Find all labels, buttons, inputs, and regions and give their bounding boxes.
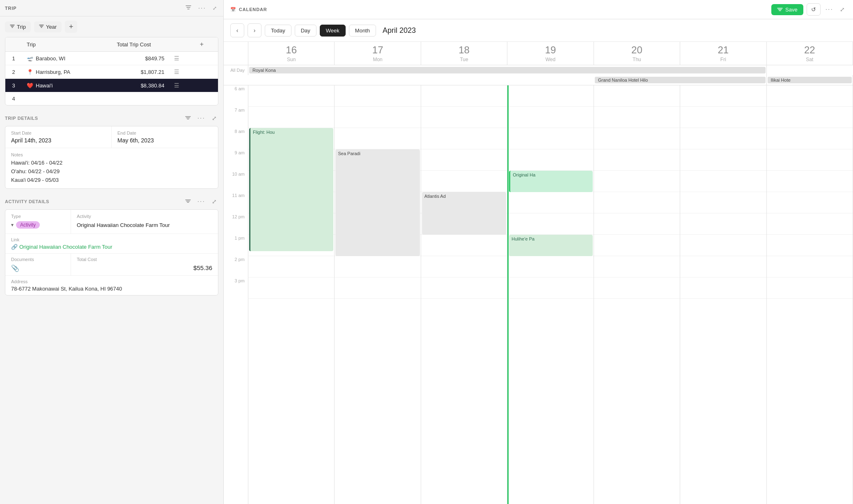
end-date-label: End Date (117, 131, 212, 135)
type-label: Type (11, 214, 65, 219)
day-col-sat (767, 85, 853, 504)
address-label: Address (11, 279, 212, 284)
day-header-thu: 20 Thu (594, 42, 680, 65)
day-col-thu (594, 85, 680, 504)
link-label: Link (11, 237, 212, 242)
trip-details-expand-icon[interactable]: ⤢ (210, 114, 218, 122)
dates-grid: Start Date April 14th, 2023 End Date May… (5, 126, 218, 148)
link-text[interactable]: 🔗 Original Hawaiian Chocolate Farm Tour (11, 244, 212, 250)
flight-event[interactable]: Flight: Hou (249, 128, 333, 251)
end-date-value: May 6th, 2023 (117, 137, 212, 144)
table-row[interactable]: 4 (5, 92, 218, 105)
refresh-button[interactable]: ↺ (807, 3, 821, 16)
activity-details-header: ACTIVITY DETAILS ··· ⤢ (0, 194, 223, 209)
week-view-button[interactable]: Week (320, 25, 346, 37)
time-grid: 6 am 7 am 8 am 9 am 10 am 11 am 12 pm 1 … (224, 85, 853, 504)
more-options-button[interactable]: ··· (197, 4, 208, 13)
external-link-icon: 🔗 (11, 244, 18, 250)
col-doc (169, 37, 195, 52)
address-row: Address 78-6772 Makonawai St, Kailua Kon… (5, 276, 218, 295)
doc-icon: ☰ (174, 69, 179, 75)
type-activity-grid: Type ▾ Activity Activity Original Hawaii… (5, 210, 218, 234)
table-row[interactable]: 2 📍Harrisburg, PA $1,807.21 ☰ (5, 65, 218, 79)
calendar-expand-icon[interactable]: ⤢ (838, 5, 846, 14)
activity-cell: Activity Original Hawaiian Chocolate Far… (71, 210, 218, 234)
day-header-sat: 22 Sat (767, 42, 853, 65)
left-panel: TRIP ··· ⤢ Trip Year + Trip (0, 0, 224, 504)
day-header-wed: 19 Wed (507, 42, 594, 65)
add-trip-button[interactable]: + (200, 41, 204, 48)
year-filter-button[interactable]: Year (34, 21, 62, 32)
chevron-down-icon[interactable]: ▾ (11, 222, 14, 228)
docs-cost-grid: Documents 📎 Total Cost $55.36 (5, 254, 218, 276)
activity-details-filter-icon[interactable] (183, 197, 193, 206)
allday-ilikai[interactable]: Ilikai Hote (767, 75, 853, 85)
filter-icon[interactable] (183, 3, 193, 13)
type-badge[interactable]: Activity (16, 221, 40, 229)
trip-details-header: TRIP DETAILS ··· ⤢ (0, 110, 223, 126)
trip-filter-button[interactable]: Trip (5, 21, 31, 32)
calendar-more-button[interactable]: ··· (824, 5, 835, 14)
col-trip: Trip (22, 37, 112, 52)
save-button[interactable]: Save (771, 4, 803, 15)
original-ha-event[interactable]: Original Ha (509, 171, 592, 192)
start-date-value: April 14th, 2023 (11, 137, 105, 144)
col-add[interactable]: + (195, 37, 218, 52)
today-indicator (507, 85, 509, 504)
col-cost: Total Trip Cost (112, 37, 169, 52)
day-col-tue: Atlantis Ad (421, 85, 507, 504)
start-date-cell: Start Date April 14th, 2023 (5, 126, 112, 148)
documents-cell: Documents 📎 (5, 254, 71, 275)
day-header-fri: 21 Fri (680, 42, 766, 65)
day-col-sun: Flight: Hou (248, 85, 335, 504)
trips-table: Trip Total Trip Cost + 1 🛫Baraboo, WI $8… (5, 37, 218, 105)
month-label: April 2023 (383, 26, 416, 35)
total-cost-cell: Total Cost $55.36 (71, 254, 218, 275)
activity-details-section: Type ▾ Activity Activity Original Hawaii… (5, 209, 218, 296)
allday-grand-naniloa[interactable]: Grand Naniloa Hotel Hilo (594, 75, 767, 85)
atlantis-event[interactable]: Atlantis Ad (422, 192, 506, 235)
time-labels-col: 6 am 7 am 8 am 9 am 10 am 11 am 12 pm 1 … (224, 85, 248, 504)
day-col-mon: Sea Paradi (335, 85, 421, 504)
nav-bar: ‹ › Today Day Week Month April 2023 (224, 19, 853, 42)
allday-label: All Day (224, 65, 248, 75)
day-header-mon: 17 Mon (335, 42, 421, 65)
trip-details-section: Start Date April 14th, 2023 End Date May… (5, 126, 218, 189)
notes-content: Hawai'i: 04/16 - 04/22 O'ahu: 04/22 - 04… (11, 159, 212, 184)
month-view-button[interactable]: Month (349, 25, 376, 37)
doc-icon: ☰ (174, 55, 179, 62)
doc-icon: ☰ (174, 82, 179, 89)
activity-details-expand-icon[interactable]: ⤢ (210, 197, 218, 206)
clip-icon: 📎 (11, 265, 19, 272)
expand-icon[interactable]: ⤢ (211, 5, 218, 12)
day-view-button[interactable]: Day (295, 25, 316, 37)
day-header-sun: 16 Sun (248, 42, 335, 65)
today-button[interactable]: Today (265, 25, 291, 37)
trip-details-filter-icon[interactable] (183, 114, 193, 123)
trip-details-more-button[interactable]: ··· (196, 114, 207, 123)
filter-year-icon (39, 24, 44, 30)
table-row[interactable]: 1 🛫Baraboo, WI $849.75 ☰ (5, 52, 218, 65)
start-date-label: Start Date (11, 131, 105, 135)
col-num (5, 37, 22, 52)
activity-details-title: ACTIVITY DETAILS (5, 199, 180, 204)
day-headers: 16 Sun 17 Mon 18 Tue 19 Wed 20 Thu 21 Fr… (224, 42, 853, 65)
link-row: Link 🔗 Original Hawaiian Chocolate Farm … (5, 234, 218, 254)
calendar-header: 📅 CALENDAR Save ↺ ··· ⤢ (224, 0, 853, 19)
activity-details-more-button[interactable]: ··· (196, 197, 207, 206)
prev-button[interactable]: ‹ (230, 23, 244, 37)
table-row[interactable]: 3 ❤️Hawai'i $8,380.84 ☰ (5, 79, 218, 92)
calendar-title: 📅 CALENDAR (230, 7, 768, 12)
add-filter-button[interactable]: + (65, 21, 77, 33)
sea-paradi-event[interactable]: Sea Paradi (335, 149, 420, 256)
notes-label: Notes (11, 152, 212, 157)
filter-bar: Trip Year + (0, 16, 223, 37)
right-panel: 📅 CALENDAR Save ↺ ··· ⤢ ‹ › Today Day We… (224, 0, 853, 504)
hulihee-event[interactable]: Hulihe'e Pa (509, 235, 592, 256)
allday-royal-kona[interactable]: Royal Kona (248, 65, 767, 75)
documents-label: Documents (11, 257, 65, 262)
day-col-fri (680, 85, 766, 504)
calendar-emoji: 📅 (230, 7, 236, 12)
next-button[interactable]: › (248, 23, 261, 37)
trip-header: TRIP ··· ⤢ (0, 0, 223, 16)
